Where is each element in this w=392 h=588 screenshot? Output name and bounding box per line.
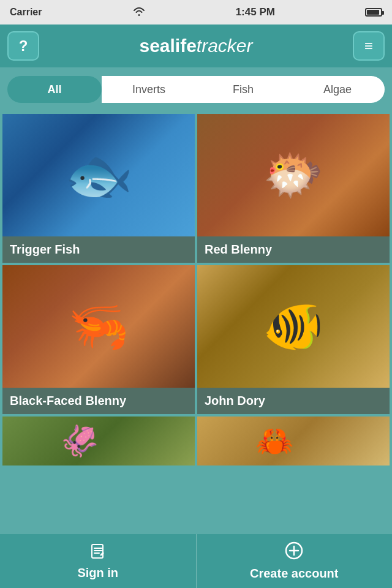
help-button[interactable]: ? <box>7 31 39 61</box>
grid-item-trigger-fish[interactable]: Trigger Fish <box>2 114 195 263</box>
species-grid: Trigger Fish Red Blenny Black-Faced Blen… <box>0 111 392 417</box>
sign-in-label: Sign in <box>77 566 118 580</box>
john-dory-image <box>197 265 390 388</box>
partial-item-1[interactable] <box>2 417 195 466</box>
bottom-bar: Sign in Create account <box>0 534 392 588</box>
tab-all[interactable]: All <box>7 76 102 103</box>
partial-item-2[interactable] <box>197 417 390 466</box>
partial-image-2 <box>197 417 390 466</box>
grid-item-black-faced-blenny[interactable]: Black-Faced Blenny <box>2 265 195 414</box>
partial-image-1 <box>2 417 195 466</box>
trigger-fish-label: Trigger Fish <box>2 236 195 263</box>
battery-indicator <box>365 8 382 17</box>
edit-icon <box>89 542 107 564</box>
tab-inverts[interactable]: Inverts <box>102 76 196 103</box>
menu-button[interactable]: ≡ <box>353 31 385 61</box>
tab-bar: All Inverts Fish Algae <box>0 67 392 111</box>
sign-in-button[interactable]: Sign in <box>0 534 197 588</box>
carrier-label: Carrier <box>10 7 42 18</box>
app-header: ? sealife tracker ≡ <box>0 24 392 67</box>
red-blenny-image <box>197 114 390 236</box>
grid-item-john-dory[interactable]: John Dory <box>197 265 390 414</box>
logo-sealife-text: sealife <box>139 36 196 56</box>
john-dory-label: John Dory <box>197 388 390 414</box>
plus-icon <box>285 541 303 564</box>
trigger-fish-image <box>2 114 195 236</box>
wifi-icon <box>132 7 146 18</box>
create-account-label: Create account <box>250 567 339 581</box>
partial-row <box>0 417 392 468</box>
app-logo: sealife tracker <box>139 36 252 56</box>
grid-item-red-blenny[interactable]: Red Blenny <box>197 114 390 263</box>
status-bar: Carrier 1:45 PM <box>0 0 392 24</box>
tab-algae[interactable]: Algae <box>290 76 385 103</box>
black-faced-blenny-label: Black-Faced Blenny <box>2 388 195 414</box>
red-blenny-label: Red Blenny <box>197 236 390 263</box>
tab-fish[interactable]: Fish <box>196 76 290 103</box>
logo-tracker-text: tracker <box>197 36 253 56</box>
time-label: 1:45 PM <box>236 6 275 18</box>
black-faced-blenny-image <box>2 265 195 388</box>
create-account-button[interactable]: Create account <box>197 534 393 588</box>
